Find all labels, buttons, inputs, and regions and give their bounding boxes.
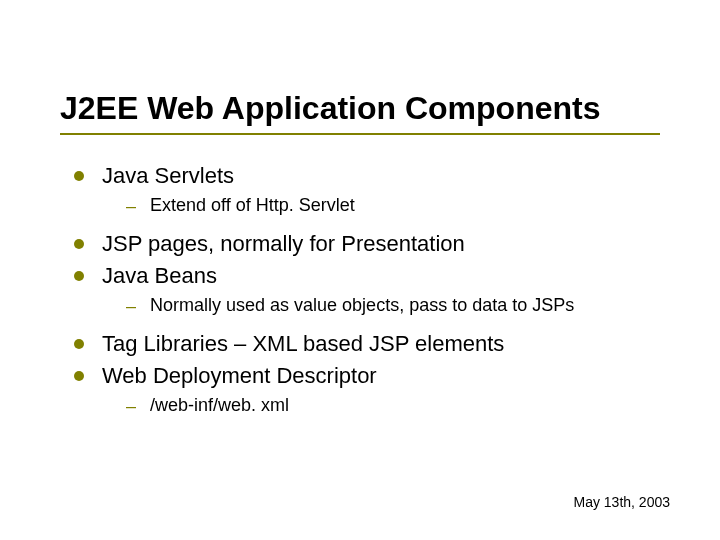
list-subitem: – Extend off of Http. Servlet [126,195,660,217]
list-item: Tag Libraries – XML based JSP elements [74,331,660,357]
list-subitem: – Normally used as value objects, pass t… [126,295,660,317]
slide-content: Java Servlets – Extend off of Http. Serv… [60,163,660,417]
title-underline [60,133,660,135]
list-subitem-text: /web-inf/web. xml [150,395,289,416]
list-item-text: Java Beans [102,263,217,289]
bullet-icon [74,271,84,281]
list-subitem-text: Extend off of Http. Servlet [150,195,355,216]
dash-icon: – [126,195,136,217]
list-item-text: Tag Libraries – XML based JSP elements [102,331,504,357]
list-item-text: JSP pages, normally for Presentation [102,231,465,257]
bullet-icon [74,239,84,249]
bullet-icon [74,339,84,349]
slide: J2EE Web Application Components Java Ser… [0,0,720,540]
footer-date: May 13th, 2003 [573,494,670,510]
list-item: Java Servlets [74,163,660,189]
list-item-text: Web Deployment Descriptor [102,363,377,389]
dash-icon: – [126,295,136,317]
list-subitem: – /web-inf/web. xml [126,395,660,417]
bullet-icon [74,371,84,381]
list-item: Java Beans [74,263,660,289]
slide-title: J2EE Web Application Components [60,90,660,127]
list-item-text: Java Servlets [102,163,234,189]
dash-icon: – [126,395,136,417]
list-item: JSP pages, normally for Presentation [74,231,660,257]
list-subitem-text: Normally used as value objects, pass to … [150,295,574,316]
list-item: Web Deployment Descriptor [74,363,660,389]
bullet-icon [74,171,84,181]
